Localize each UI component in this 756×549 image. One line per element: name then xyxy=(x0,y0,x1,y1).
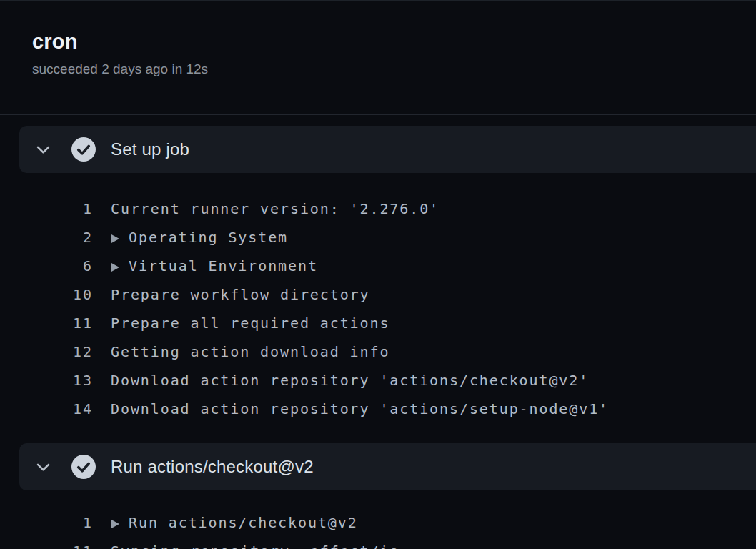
line-number[interactable]: 14 xyxy=(0,400,93,417)
step-log-run-actions-checkout: 1 Run actions/checkout@v2 11 Syncing rep… xyxy=(0,508,756,549)
step-header-set-up-job[interactable]: Set up job xyxy=(19,126,756,173)
line-number[interactable]: 11 xyxy=(0,315,93,332)
log-line[interactable]: 6 Virtual Environment xyxy=(0,252,756,280)
line-text: Current runner version: '2.276.0' xyxy=(111,200,439,217)
run-status-line: succeeded 2 days ago in 12s xyxy=(32,61,756,77)
line-text: Prepare workflow directory xyxy=(111,286,369,303)
check-circle-icon xyxy=(71,455,96,479)
log-line[interactable]: 14 Download action repository 'actions/s… xyxy=(0,395,756,423)
line-number[interactable]: 1 xyxy=(0,514,93,531)
step-log-set-up-job: 1 Current runner version: '2.276.0' 2 Op… xyxy=(0,194,756,423)
log-viewer: Set up job 1 Current runner version: '2.… xyxy=(0,126,756,549)
log-line[interactable]: 11 Syncing repository: effect/io xyxy=(0,537,756,549)
line-text: Syncing repository: effect/io xyxy=(111,543,399,549)
line-text: Virtual Environment xyxy=(111,257,318,274)
line-text: Prepare all required actions xyxy=(111,315,389,332)
expand-group-icon[interactable] xyxy=(111,263,119,272)
line-number[interactable]: 2 xyxy=(0,229,93,246)
expand-group-icon[interactable] xyxy=(111,520,119,528)
log-line[interactable]: 1 Current runner version: '2.276.0' xyxy=(0,194,756,223)
chevron-down-icon xyxy=(34,141,52,159)
check-circle-icon xyxy=(71,137,96,162)
log-line[interactable]: 10 Prepare workflow directory xyxy=(0,280,756,309)
run-header: cron succeeded 2 days ago in 12s xyxy=(0,1,756,115)
line-number[interactable]: 1 xyxy=(0,200,93,217)
line-number[interactable]: 6 xyxy=(0,257,93,274)
expand-group-icon[interactable] xyxy=(111,234,119,243)
log-line[interactable]: 13 Download action repository 'actions/c… xyxy=(0,366,756,395)
page-title: cron xyxy=(32,30,756,54)
line-number[interactable]: 10 xyxy=(0,286,93,303)
step-title: Run actions/checkout@v2 xyxy=(111,457,314,477)
step-title: Set up job xyxy=(111,139,189,159)
log-line[interactable]: 12 Getting action download info xyxy=(0,337,756,366)
line-text: Operating System xyxy=(111,229,288,246)
line-text: Download action repository 'actions/chec… xyxy=(111,372,589,389)
log-line[interactable]: 1 Run actions/checkout@v2 xyxy=(0,508,756,537)
line-number[interactable]: 12 xyxy=(0,343,93,360)
line-text: Download action repository 'actions/setu… xyxy=(111,400,609,417)
step-header-run-actions-checkout[interactable]: Run actions/checkout@v2 xyxy=(19,443,756,490)
chevron-down-icon xyxy=(34,458,52,476)
log-line[interactable]: 11 Prepare all required actions xyxy=(0,309,756,337)
line-number[interactable]: 11 xyxy=(0,543,93,549)
log-line[interactable]: 2 Operating System xyxy=(0,223,756,252)
line-text: Getting action download info xyxy=(111,343,389,360)
line-text: Run actions/checkout@v2 xyxy=(111,514,358,531)
line-number[interactable]: 13 xyxy=(0,372,93,389)
